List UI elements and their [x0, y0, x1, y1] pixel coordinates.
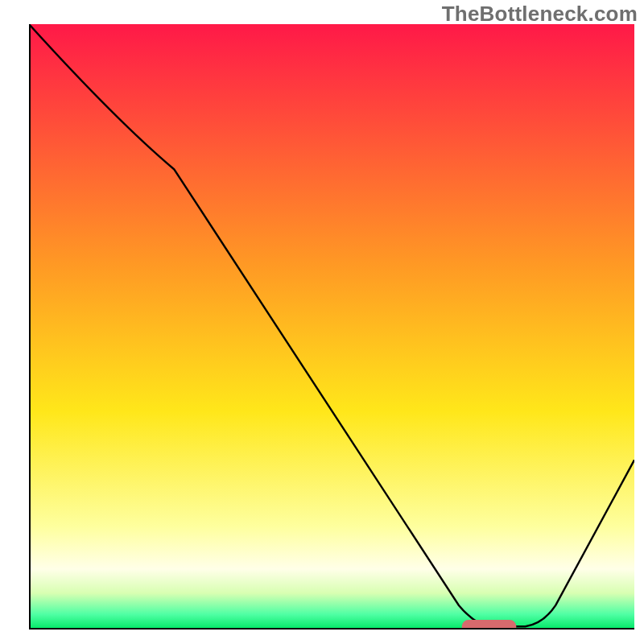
plot-background — [29, 24, 634, 630]
watermark-text: TheBottleneck.com — [442, 2, 638, 27]
bottleneck-chart — [29, 24, 634, 630]
chart-container: TheBottleneck.com — [0, 0, 644, 644]
